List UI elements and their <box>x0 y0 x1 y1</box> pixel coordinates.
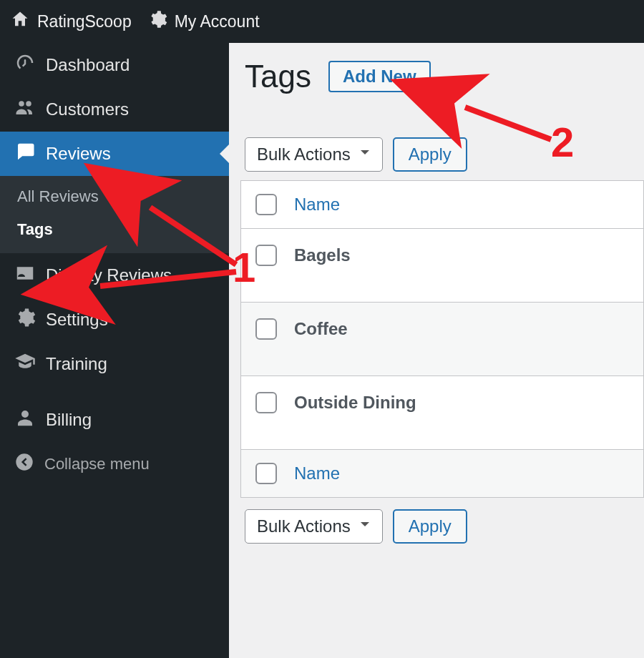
table-row: Coffee <box>241 302 643 375</box>
person-icon <box>14 407 36 433</box>
table-header: Name <box>241 181 643 228</box>
sidebar-item-label: All Reviews <box>17 187 99 206</box>
select-all-checkbox-top[interactable] <box>255 194 277 215</box>
sidebar-item-customers[interactable]: Customers <box>0 87 229 132</box>
sidebar-item-label: Reviews <box>46 144 111 164</box>
apply-button-bottom[interactable]: Apply <box>393 509 467 544</box>
site-name: RatingScoop <box>37 12 132 31</box>
select-all-checkbox-bottom[interactable] <box>255 463 277 484</box>
users-icon <box>14 97 36 122</box>
sidebar-subitem-tags[interactable]: Tags <box>0 213 229 246</box>
sidebar-item-label: Customers <box>46 99 129 119</box>
tags-table: Name Bagels Coffee Outside Dining Name <box>240 180 644 498</box>
sidebar-item-label: Billing <box>46 410 92 430</box>
home-icon <box>10 9 30 34</box>
grad-cap-icon <box>14 351 36 377</box>
adminbar-account[interactable]: My Account <box>147 9 260 34</box>
chevron-down-icon <box>356 516 374 537</box>
apply-button-top[interactable]: Apply <box>393 137 467 172</box>
bulk-actions-label: Bulk Actions <box>257 516 351 536</box>
adminbar-site[interactable]: RatingScoop <box>10 9 132 34</box>
sidebar-item-label: Tags <box>17 220 53 239</box>
sidebar-item-display-reviews[interactable]: Display Reviews <box>0 253 229 298</box>
sidebar-item-label: Display Reviews <box>46 265 172 285</box>
page-title: Tags <box>245 59 311 94</box>
bulk-actions-select-bottom[interactable]: Bulk Actions <box>245 509 383 544</box>
account-label: My Account <box>175 12 260 31</box>
gear-icon <box>14 307 36 333</box>
tag-name[interactable]: Coffee <box>294 319 348 339</box>
sidebar-item-training[interactable]: Training <box>0 342 229 386</box>
sidebar: Dashboard Customers Reviews All Reviews … <box>0 43 229 658</box>
column-name-header[interactable]: Name <box>294 195 340 215</box>
sidebar-submenu-reviews: All Reviews Tags <box>0 176 229 253</box>
add-new-button[interactable]: Add New <box>328 61 431 92</box>
table-footer: Name <box>241 449 643 497</box>
sidebar-subitem-all-reviews[interactable]: All Reviews <box>0 180 229 213</box>
tablenav-top: Bulk Actions Apply <box>245 137 644 172</box>
tag-name[interactable]: Bagels <box>294 245 351 265</box>
row-checkbox[interactable] <box>255 245 277 266</box>
table-row: Outside Dining <box>241 375 643 449</box>
gear-icon <box>147 9 167 34</box>
tablenav-bottom: Bulk Actions Apply <box>245 509 644 544</box>
bulk-actions-select-top[interactable]: Bulk Actions <box>245 137 383 172</box>
tag-name[interactable]: Outside Dining <box>294 393 416 413</box>
collapse-icon <box>14 452 34 476</box>
sidebar-item-label: Training <box>46 354 107 374</box>
table-row: Bagels <box>241 228 643 302</box>
id-card-icon <box>14 262 36 288</box>
comment-icon <box>14 141 36 167</box>
sidebar-item-dashboard[interactable]: Dashboard <box>0 43 229 87</box>
sidebar-collapse[interactable]: Collapse menu <box>0 442 229 486</box>
svg-point-0 <box>16 453 32 470</box>
collapse-label: Collapse menu <box>44 455 150 473</box>
sidebar-item-settings[interactable]: Settings <box>0 298 229 342</box>
sidebar-item-reviews[interactable]: Reviews <box>0 132 229 176</box>
sidebar-item-billing[interactable]: Billing <box>0 398 229 442</box>
row-checkbox[interactable] <box>255 392 277 413</box>
bulk-actions-label: Bulk Actions <box>257 144 351 164</box>
sidebar-item-label: Dashboard <box>46 55 130 75</box>
row-checkbox[interactable] <box>255 318 277 340</box>
sidebar-item-label: Settings <box>46 310 108 330</box>
chevron-down-icon <box>356 144 374 165</box>
content: Tags Add New Bulk Actions Apply Name Bag… <box>229 43 644 658</box>
gauge-icon <box>14 52 36 78</box>
column-name-footer[interactable]: Name <box>294 463 340 483</box>
